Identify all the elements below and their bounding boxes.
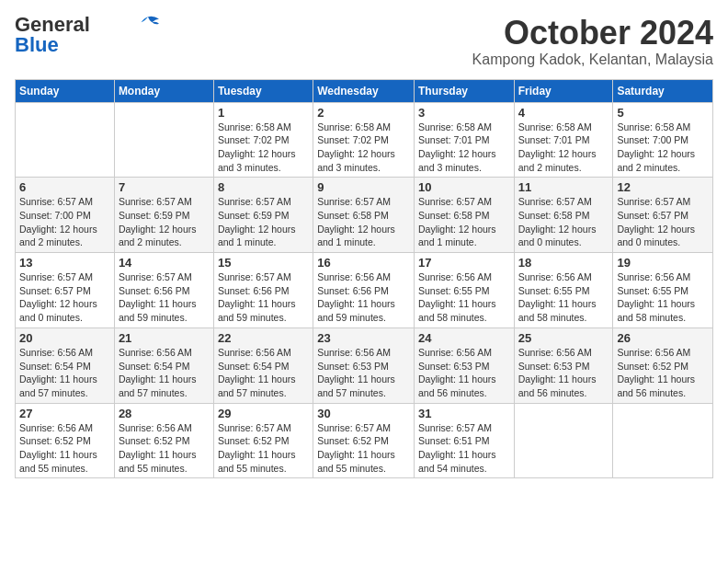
logo-blue-text: Blue bbox=[15, 35, 59, 55]
calendar-cell: 5Sunrise: 6:58 AMSunset: 7:00 PMDaylight… bbox=[613, 102, 713, 178]
page-header: General Blue October 2024 Kampong Kadok,… bbox=[15, 15, 713, 68]
cell-info: Sunrise: 6:57 AMSunset: 6:52 PMDaylight:… bbox=[317, 421, 410, 476]
cell-info: Sunrise: 6:56 AMSunset: 6:52 PMDaylight:… bbox=[19, 421, 110, 476]
calendar-cell: 19Sunrise: 6:56 AMSunset: 6:55 PMDayligh… bbox=[613, 253, 713, 328]
cell-date-number: 8 bbox=[218, 180, 309, 194]
weekday-header-friday: Friday bbox=[514, 79, 613, 102]
calendar-cell: 13Sunrise: 6:57 AMSunset: 6:57 PMDayligh… bbox=[16, 253, 115, 328]
cell-date-number: 3 bbox=[418, 106, 510, 120]
cell-date-number: 30 bbox=[317, 407, 410, 420]
calendar-cell: 27Sunrise: 6:56 AMSunset: 6:52 PMDayligh… bbox=[16, 403, 115, 478]
weekday-header-wednesday: Wednesday bbox=[313, 79, 415, 102]
calendar-header: SundayMondayTuesdayWednesdayThursdayFrid… bbox=[16, 79, 713, 102]
cell-date-number: 21 bbox=[119, 331, 210, 345]
calendar-cell: 11Sunrise: 6:57 AMSunset: 6:58 PMDayligh… bbox=[514, 178, 613, 253]
cell-info: Sunrise: 6:57 AMSunset: 6:57 PMDaylight:… bbox=[19, 270, 110, 325]
cell-info: Sunrise: 6:57 AMSunset: 6:56 PMDaylight:… bbox=[218, 270, 309, 325]
cell-info: Sunrise: 6:58 AMSunset: 7:01 PMDaylight:… bbox=[418, 121, 510, 175]
cell-date-number: 10 bbox=[418, 180, 510, 194]
cell-date-number: 20 bbox=[19, 331, 110, 345]
calendar-cell: 20Sunrise: 6:56 AMSunset: 6:54 PMDayligh… bbox=[16, 327, 115, 403]
cell-info: Sunrise: 6:57 AMSunset: 6:59 PMDaylight:… bbox=[218, 195, 309, 249]
calendar-cell: 10Sunrise: 6:57 AMSunset: 6:58 PMDayligh… bbox=[414, 178, 514, 253]
logo-text: General bbox=[15, 15, 90, 35]
calendar-cell bbox=[114, 102, 213, 178]
cell-info: Sunrise: 6:57 AMSunset: 6:58 PMDaylight:… bbox=[418, 195, 510, 249]
calendar-cell bbox=[16, 102, 115, 178]
cell-info: Sunrise: 6:58 AMSunset: 7:02 PMDaylight:… bbox=[218, 121, 309, 175]
cell-date-number: 17 bbox=[418, 256, 510, 270]
cell-date-number: 15 bbox=[218, 256, 309, 270]
logo: General Blue bbox=[15, 15, 162, 55]
week-row-1: 1Sunrise: 6:58 AMSunset: 7:02 PMDaylight… bbox=[16, 102, 713, 178]
cell-date-number: 24 bbox=[418, 331, 510, 345]
cell-date-number: 12 bbox=[617, 180, 709, 194]
cell-info: Sunrise: 6:56 AMSunset: 6:54 PMDaylight:… bbox=[119, 346, 210, 400]
cell-info: Sunrise: 6:57 AMSunset: 6:58 PMDaylight:… bbox=[518, 195, 609, 249]
cell-info: Sunrise: 6:56 AMSunset: 6:54 PMDaylight:… bbox=[19, 346, 110, 400]
cell-date-number: 1 bbox=[218, 106, 309, 120]
week-row-3: 13Sunrise: 6:57 AMSunset: 6:57 PMDayligh… bbox=[16, 253, 713, 328]
cell-info: Sunrise: 6:57 AMSunset: 6:56 PMDaylight:… bbox=[119, 270, 210, 325]
week-row-2: 6Sunrise: 6:57 AMSunset: 7:00 PMDaylight… bbox=[16, 178, 713, 253]
calendar-table: SundayMondayTuesdayWednesdayThursdayFrid… bbox=[15, 79, 713, 479]
cell-date-number: 7 bbox=[119, 180, 210, 194]
calendar-cell: 9Sunrise: 6:57 AMSunset: 6:58 PMDaylight… bbox=[313, 178, 415, 253]
calendar-cell: 28Sunrise: 6:56 AMSunset: 6:52 PMDayligh… bbox=[114, 403, 213, 478]
logo-bird-icon bbox=[134, 15, 162, 31]
calendar-cell: 15Sunrise: 6:57 AMSunset: 6:56 PMDayligh… bbox=[213, 253, 313, 328]
calendar-cell: 18Sunrise: 6:56 AMSunset: 6:55 PMDayligh… bbox=[514, 253, 613, 328]
cell-date-number: 29 bbox=[218, 407, 309, 420]
calendar-cell: 16Sunrise: 6:56 AMSunset: 6:56 PMDayligh… bbox=[313, 253, 415, 328]
calendar-cell: 12Sunrise: 6:57 AMSunset: 6:57 PMDayligh… bbox=[613, 178, 713, 253]
cell-info: Sunrise: 6:58 AMSunset: 7:02 PMDaylight:… bbox=[317, 121, 410, 175]
cell-date-number: 27 bbox=[19, 407, 110, 420]
cell-date-number: 25 bbox=[518, 331, 609, 345]
weekday-header-sunday: Sunday bbox=[16, 79, 115, 102]
calendar-cell: 31Sunrise: 6:57 AMSunset: 6:51 PMDayligh… bbox=[414, 403, 514, 478]
cell-info: Sunrise: 6:57 AMSunset: 6:57 PMDaylight:… bbox=[617, 195, 709, 249]
location-title: Kampong Kadok, Kelantan, Malaysia bbox=[472, 52, 713, 68]
cell-info: Sunrise: 6:56 AMSunset: 6:54 PMDaylight:… bbox=[218, 346, 309, 400]
cell-date-number: 31 bbox=[418, 407, 510, 420]
cell-info: Sunrise: 6:56 AMSunset: 6:55 PMDaylight:… bbox=[518, 270, 609, 325]
calendar-cell: 3Sunrise: 6:58 AMSunset: 7:01 PMDaylight… bbox=[414, 102, 514, 178]
cell-info: Sunrise: 6:58 AMSunset: 7:00 PMDaylight:… bbox=[617, 121, 709, 175]
calendar-cell: 24Sunrise: 6:56 AMSunset: 6:53 PMDayligh… bbox=[414, 327, 514, 403]
cell-info: Sunrise: 6:56 AMSunset: 6:55 PMDaylight:… bbox=[418, 270, 510, 325]
calendar-cell: 23Sunrise: 6:56 AMSunset: 6:53 PMDayligh… bbox=[313, 327, 415, 403]
cell-date-number: 19 bbox=[617, 256, 709, 270]
month-title: October 2024 bbox=[472, 15, 713, 52]
cell-info: Sunrise: 6:58 AMSunset: 7:01 PMDaylight:… bbox=[518, 121, 609, 175]
calendar-cell: 25Sunrise: 6:56 AMSunset: 6:53 PMDayligh… bbox=[514, 327, 613, 403]
cell-date-number: 5 bbox=[617, 106, 709, 120]
calendar-cell: 4Sunrise: 6:58 AMSunset: 7:01 PMDaylight… bbox=[514, 102, 613, 178]
cell-info: Sunrise: 6:56 AMSunset: 6:55 PMDaylight:… bbox=[617, 270, 709, 325]
weekday-header-saturday: Saturday bbox=[613, 79, 713, 102]
cell-date-number: 6 bbox=[19, 180, 110, 194]
calendar-cell: 7Sunrise: 6:57 AMSunset: 6:59 PMDaylight… bbox=[114, 178, 213, 253]
cell-date-number: 9 bbox=[317, 180, 410, 194]
week-row-4: 20Sunrise: 6:56 AMSunset: 6:54 PMDayligh… bbox=[16, 327, 713, 403]
calendar-cell bbox=[613, 403, 713, 478]
cell-info: Sunrise: 6:56 AMSunset: 6:53 PMDaylight:… bbox=[518, 346, 609, 400]
cell-date-number: 2 bbox=[317, 106, 410, 120]
cell-info: Sunrise: 6:57 AMSunset: 6:59 PMDaylight:… bbox=[119, 195, 210, 249]
cell-date-number: 4 bbox=[518, 106, 609, 120]
cell-info: Sunrise: 6:57 AMSunset: 6:51 PMDaylight:… bbox=[418, 421, 510, 476]
calendar-cell: 21Sunrise: 6:56 AMSunset: 6:54 PMDayligh… bbox=[114, 327, 213, 403]
calendar-cell: 8Sunrise: 6:57 AMSunset: 6:59 PMDaylight… bbox=[213, 178, 313, 253]
cell-info: Sunrise: 6:57 AMSunset: 6:58 PMDaylight:… bbox=[317, 195, 410, 249]
cell-date-number: 22 bbox=[218, 331, 309, 345]
cell-date-number: 23 bbox=[317, 331, 410, 345]
calendar-body: 1Sunrise: 6:58 AMSunset: 7:02 PMDaylight… bbox=[16, 102, 713, 478]
cell-info: Sunrise: 6:56 AMSunset: 6:53 PMDaylight:… bbox=[418, 346, 510, 400]
cell-date-number: 26 bbox=[617, 331, 709, 345]
cell-info: Sunrise: 6:56 AMSunset: 6:52 PMDaylight:… bbox=[119, 421, 210, 476]
cell-info: Sunrise: 6:56 AMSunset: 6:53 PMDaylight:… bbox=[317, 346, 410, 400]
cell-info: Sunrise: 6:57 AMSunset: 6:52 PMDaylight:… bbox=[218, 421, 309, 476]
calendar-cell: 29Sunrise: 6:57 AMSunset: 6:52 PMDayligh… bbox=[213, 403, 313, 478]
cell-date-number: 18 bbox=[518, 256, 609, 270]
title-block: October 2024 Kampong Kadok, Kelantan, Ma… bbox=[472, 15, 713, 68]
cell-date-number: 28 bbox=[119, 407, 210, 420]
